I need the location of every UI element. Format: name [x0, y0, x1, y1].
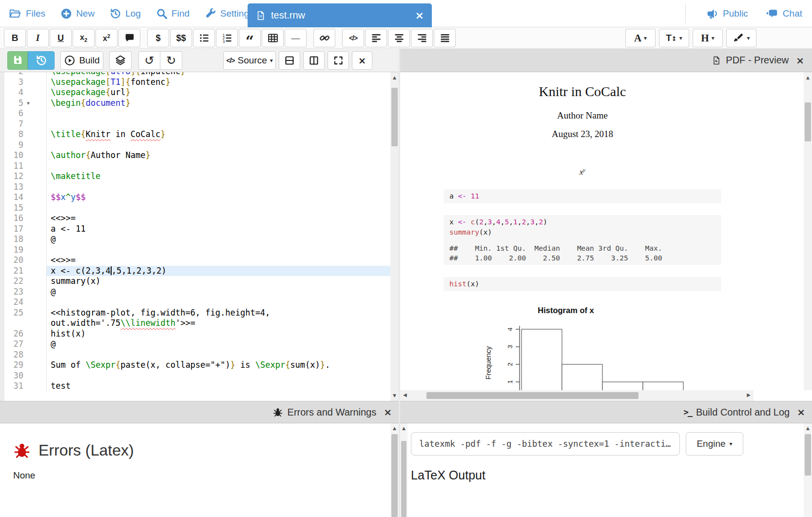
editor-line[interactable]: 5▾\begin{document} — [0, 98, 390, 109]
editor-line[interactable]: 16<<>>= — [0, 213, 390, 224]
editor-line[interactable]: 11 — [0, 161, 390, 172]
editor-line[interactable]: 3\usepackage[T1]{fontenc} — [0, 77, 390, 88]
color-brush-dropdown[interactable]: ▾ — [726, 29, 756, 47]
bold-button[interactable]: B — [4, 29, 26, 47]
editor-line[interactable]: 13 — [0, 182, 390, 193]
pdf-preview-pane[interactable]: Knitr in CoCalc Author Name August 23, 2… — [400, 72, 812, 401]
editor-line[interactable]: 6 — [0, 108, 390, 119]
pdf-close-icon[interactable]: × — [796, 55, 804, 66]
align-justify-button[interactable] — [434, 29, 456, 47]
list-ul-button[interactable] — [193, 29, 215, 47]
scroll-up-icon[interactable]: ▲ — [804, 426, 812, 431]
editor-line[interactable]: 30 — [0, 371, 390, 381]
close-editor-button[interactable]: × — [352, 51, 372, 70]
nav-settings[interactable]: Settings — [204, 7, 254, 20]
build-command-input[interactable]: latexmk -pdf -f -g -bibtex -synctex=1 -i… — [411, 432, 680, 456]
split-horizontal-button[interactable] — [279, 51, 300, 70]
redo-button[interactable]: ↻ — [160, 51, 182, 70]
editor-line[interactable]: 19 — [0, 245, 390, 256]
nav-log[interactable]: Log — [109, 7, 141, 20]
editor-line[interactable]: 31test — [0, 381, 390, 392]
editor-line[interactable]: 28 — [0, 350, 390, 360]
align-left-button[interactable] — [365, 29, 387, 47]
editor-line[interactable]: 22summary(x) — [0, 276, 390, 287]
scroll-left-icon[interactable]: ◀ — [403, 392, 407, 398]
quote-button[interactable]: “ — [239, 29, 261, 47]
editor-line[interactable]: 15 — [0, 203, 390, 214]
editor-line[interactable]: 20<<>>= — [0, 255, 390, 266]
fold-arrow-icon[interactable]: ▾ — [23, 98, 33, 109]
code-button[interactable]: </> — [342, 29, 364, 47]
italic-button[interactable]: I — [27, 29, 49, 47]
nav-new[interactable]: New — [60, 7, 95, 20]
list-ol-button[interactable]: 123 — [216, 29, 238, 47]
editor-line[interactable]: 25<<histogram-plot, fig.width=6, fig.hei… — [0, 308, 390, 318]
font-size-dropdown[interactable]: T↕▾ — [659, 29, 689, 47]
tab-test-rnw[interactable]: test.rnw × — [248, 3, 432, 27]
editor-line[interactable]: 21x <- c(2,3,4,5,1,2,3,2) — [0, 266, 390, 277]
editor-line[interactable]: 8\title{Knitr in CoCalc} — [0, 129, 390, 140]
dollar-button[interactable]: $ — [147, 29, 169, 47]
pdf-horizontal-scrollbar[interactable]: ◀ ▶ — [400, 390, 754, 401]
editor-scrollbar[interactable]: ▲ ▼ — [390, 72, 399, 401]
errors-scrollbar[interactable]: ▲ — [390, 423, 399, 517]
split-vertical-button[interactable] — [303, 51, 325, 70]
editor-line[interactable]: 26hist(x) — [0, 329, 390, 339]
editor-line[interactable]: 7 — [0, 119, 390, 130]
engine-dropdown[interactable]: Engine ▾ — [686, 432, 743, 456]
scroll-up-icon[interactable]: ▲ — [390, 426, 399, 431]
pdf-vertical-scrollbar[interactable]: ▲ — [804, 72, 812, 390]
editor-line[interactable]: 23@ — [0, 287, 390, 298]
source-mode-dropdown[interactable]: </> Source ▾ — [223, 51, 276, 70]
comment-button[interactable] — [118, 29, 140, 47]
build-left-scrollbar-thumb[interactable] — [401, 441, 406, 517]
editor-line[interactable]: 24 — [0, 297, 390, 308]
dollar-double-button[interactable]: $$ — [170, 29, 192, 47]
fullscreen-button[interactable] — [328, 51, 349, 70]
editor-line[interactable]: 14$$x^y$$ — [0, 192, 390, 203]
errors-close-icon[interactable]: × — [384, 406, 392, 418]
undo-button[interactable]: ↺ — [138, 51, 160, 70]
build-button[interactable]: Build — [60, 51, 103, 70]
editor-line[interactable]: 17a <- 11 — [0, 224, 390, 235]
editor-line[interactable]: 29Sum of \Sexpr{paste(x, collapse="+")} … — [0, 360, 390, 371]
editor-line[interactable]: 27@ — [0, 339, 390, 350]
table-button[interactable] — [262, 29, 284, 47]
editor-line[interactable]: 12\maketitle — [0, 171, 390, 182]
align-center-button[interactable] — [388, 29, 410, 47]
nav-chat[interactable]: Chat — [765, 7, 802, 20]
format-layers-button[interactable] — [109, 51, 132, 70]
link-button[interactable] — [313, 29, 335, 47]
heading-dropdown[interactable]: H▾ — [693, 29, 723, 47]
errors-scrollbar-thumb[interactable] — [391, 434, 398, 517]
scroll-right-icon[interactable]: ▶ — [747, 392, 751, 398]
pdf-scrollbar-thumb[interactable] — [805, 102, 811, 141]
hr-button[interactable]: — — [285, 29, 307, 47]
editor-line[interactable]: 9 — [0, 140, 390, 151]
scroll-down-icon[interactable]: ▼ — [390, 393, 399, 398]
build-right-scrollbar-thumb[interactable] — [805, 434, 811, 476]
tab-close-icon[interactable]: × — [415, 9, 424, 21]
scroll-up-icon[interactable]: ▲ — [400, 426, 407, 431]
scroll-up-icon[interactable]: ▲ — [390, 75, 399, 80]
editor-scrollbar-thumb[interactable] — [391, 88, 398, 146]
scroll-up-icon[interactable]: ▲ — [804, 75, 812, 80]
editor-line[interactable]: 4\usepackage{url} — [0, 87, 390, 98]
subscript-button[interactable]: x2 — [73, 29, 95, 47]
underline-button[interactable]: U — [50, 29, 72, 47]
superscript-button[interactable]: x2 — [96, 29, 117, 47]
pdf-hscrollbar-thumb[interactable] — [426, 392, 638, 399]
editor-line[interactable]: 2\usepackage[utf8]{inputenc} — [0, 72, 390, 77]
nav-find[interactable]: Find — [155, 7, 190, 20]
nav-public[interactable]: Public — [706, 7, 748, 20]
editor-line[interactable]: 18@ — [0, 234, 390, 245]
editor-line[interactable]: out.width='.75\\linewidth'>>= — [0, 318, 390, 329]
align-right-button[interactable] — [411, 29, 433, 47]
build-left-scrollbar[interactable]: ▲ — [400, 423, 407, 517]
source-editor[interactable]: 2\usepackage[utf8]{inputenc}3\usepackage… — [0, 72, 399, 401]
save-button[interactable] — [7, 51, 28, 70]
editor-line[interactable]: 10\author{Author Name} — [0, 150, 390, 161]
nav-files[interactable]: Files — [8, 7, 45, 20]
timetravel-button[interactable] — [28, 51, 55, 70]
build-close-icon[interactable]: × — [797, 406, 805, 418]
